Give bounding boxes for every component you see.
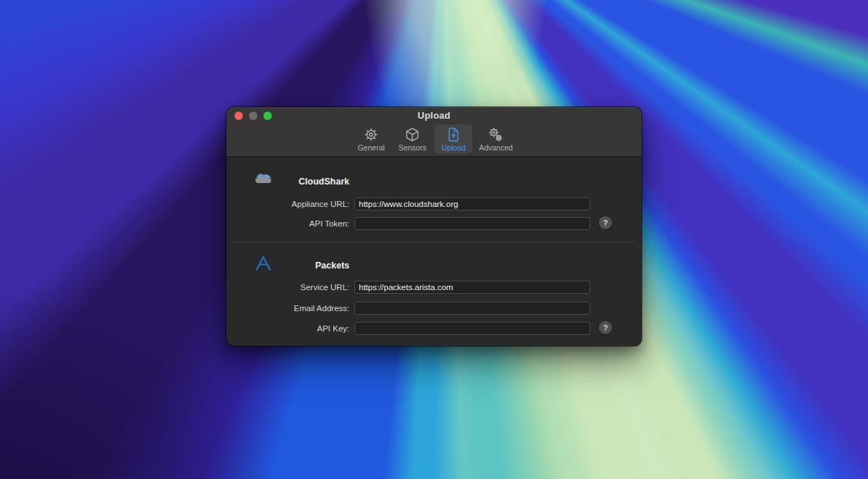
window-chrome: Upload General	[226, 107, 642, 157]
service-url-label: Service URL:	[226, 281, 349, 294]
tab-general[interactable]: General	[352, 124, 390, 153]
api-key-input[interactable]	[354, 322, 590, 335]
section-title-packets: Packets	[226, 259, 349, 272]
tab-general-label: General	[357, 143, 384, 152]
api-token-label: API Token:	[226, 217, 349, 230]
appliance-url-label: Appliance URL:	[226, 198, 349, 211]
appliance-url-input[interactable]	[354, 198, 590, 211]
email-address-input[interactable]	[354, 302, 590, 315]
tab-sensors-label: Sensors	[399, 143, 427, 152]
double-gear-icon	[488, 127, 503, 143]
preferences-window: Upload General	[226, 107, 642, 346]
upload-pane: CloudShark Appliance URL: API Token: ? P…	[226, 157, 642, 346]
api-token-input[interactable]	[354, 217, 590, 230]
service-url-input[interactable]	[354, 281, 590, 294]
api-token-help-button[interactable]: ?	[599, 216, 612, 229]
section-divider	[232, 242, 636, 242]
tab-sensors[interactable]: Sensors	[393, 124, 431, 153]
window-title: Upload	[226, 110, 642, 121]
document-upload-icon	[446, 127, 461, 143]
titlebar[interactable]: Upload	[226, 107, 642, 124]
tab-advanced[interactable]: Advanced	[476, 124, 516, 153]
tab-upload[interactable]: Upload	[435, 124, 472, 153]
tab-upload-label: Upload	[442, 143, 466, 152]
email-address-label: Email Address:	[226, 302, 349, 315]
tab-advanced-label: Advanced	[479, 143, 513, 152]
api-key-help-button[interactable]: ?	[599, 321, 612, 334]
gear-icon	[363, 127, 379, 143]
toolbar: General Sensors Upload	[226, 123, 642, 158]
api-key-label: API Key:	[226, 322, 349, 335]
cube-icon	[404, 127, 420, 143]
section-title-cloudshark: CloudShark	[226, 175, 349, 188]
